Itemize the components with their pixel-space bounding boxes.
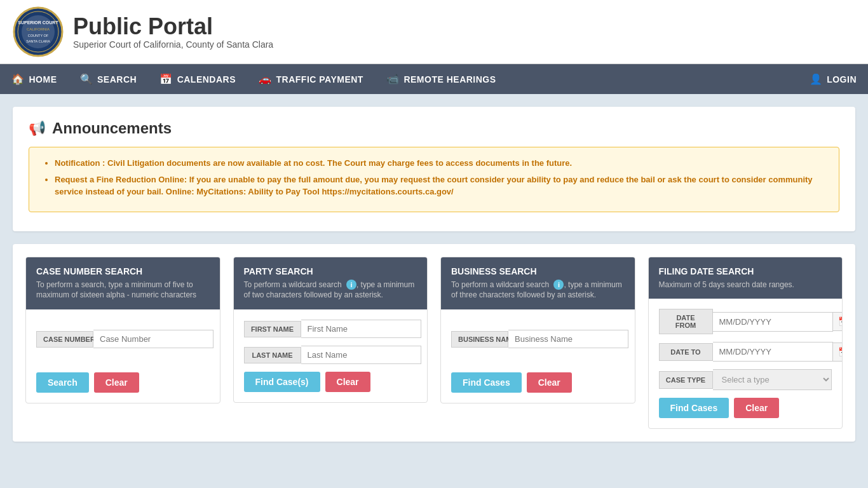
case-number-header: CASE NUMBER SEARCH To perform a search, … (26, 257, 220, 310)
date-from-row: DATE FROM 📅 (659, 309, 832, 334)
main-content: 📢 Announcements Notification : Civil Lit… (0, 94, 868, 454)
date-from-label: DATE FROM (659, 309, 713, 334)
page-header: SUPERIOR COURT CALIFORNIA COUNTY OF SANT… (0, 0, 868, 64)
filing-date-clear-button[interactable]: Clear (734, 398, 779, 418)
announcements-title: 📢 Announcements (29, 119, 839, 137)
first-name-input[interactable] (301, 320, 421, 338)
video-icon: 📹 (386, 73, 400, 85)
main-nav: 🏠 HOME 🔍 SEARCH 📅 CALENDARS 🚗 TRAFFIC PA… (0, 64, 868, 94)
svg-text:COUNTY OF: COUNTY OF (28, 34, 49, 37)
party-clear-button[interactable]: Clear (325, 372, 370, 392)
filing-date-body: DATE FROM 📅 DATE TO 📅 CASE TYPE Select a… (649, 299, 843, 428)
business-find-cases-button[interactable]: Find Cases (451, 372, 522, 393)
business-search-panel: BUSINESS SEARCH To perform a wildcard se… (440, 257, 635, 404)
business-name-field-row: BUSINESS NAME (451, 330, 625, 348)
case-number-input[interactable] (93, 330, 214, 348)
case-number-label: CASE NUMBER (36, 331, 93, 348)
last-name-field-row: LAST NAME (244, 346, 417, 364)
announcements-box: Notification : Civil Litigation document… (29, 147, 839, 212)
home-icon: 🏠 (11, 73, 25, 85)
case-number-field-row: CASE NUMBER (36, 330, 210, 348)
site-subtitle: Superior Court of California, County of … (73, 39, 273, 50)
business-search-header: BUSINESS SEARCH To perform a wildcard se… (441, 257, 635, 310)
last-name-input[interactable] (301, 346, 421, 364)
filing-date-find-button[interactable]: Find Cases (659, 398, 729, 418)
business-wildcard-info-icon[interactable]: i (553, 280, 564, 290)
case-number-search-button[interactable]: Search (36, 372, 89, 393)
date-to-calendar-icon[interactable]: 📅 (833, 342, 843, 362)
search-icon: 🔍 (80, 73, 93, 85)
first-name-field-row: FIRST NAME (244, 320, 417, 338)
header-title-block: Public Portal Superior Court of Californ… (73, 14, 273, 50)
court-logo: SUPERIOR COURT CALIFORNIA COUNTY OF SANT… (13, 6, 64, 57)
date-from-input[interactable] (713, 312, 833, 332)
case-type-row: CASE TYPE Select a type (659, 369, 832, 390)
business-search-desc: To perform a wildcard search i, type a m… (451, 280, 625, 301)
user-icon: 👤 (810, 73, 823, 85)
party-search-desc: To perform a wildcard search i, type a m… (244, 280, 417, 301)
search-panels: CASE NUMBER SEARCH To perform a search, … (13, 244, 855, 442)
case-type-label: CASE TYPE (659, 371, 713, 389)
party-wildcard-info-icon[interactable]: i (346, 280, 356, 290)
business-name-input[interactable] (508, 330, 628, 348)
nav-search[interactable]: 🔍 SEARCH (69, 64, 149, 94)
svg-text:CALIFORNIA: CALIFORNIA (27, 27, 50, 31)
svg-text:SUPERIOR COURT: SUPERIOR COURT (18, 20, 58, 25)
car-icon: 🚗 (259, 73, 272, 85)
date-from-calendar-icon[interactable]: 📅 (833, 312, 843, 331)
case-type-select[interactable]: Select a type (713, 369, 832, 390)
party-search-panel: PARTY SEARCH To perform a wildcard searc… (233, 257, 428, 403)
site-title: Public Portal (73, 14, 273, 39)
announcements-list: Notification : Civil Litigation document… (42, 157, 826, 198)
announcement-item-2: Request a Fine Reduction Online: If you … (55, 173, 826, 198)
party-search-title: PARTY SEARCH (244, 266, 417, 276)
case-number-title: CASE NUMBER SEARCH (36, 266, 210, 276)
announcement-item-1: Notification : Civil Litigation document… (55, 157, 826, 170)
calendar-icon: 📅 (159, 73, 173, 85)
case-number-desc: To perform a search, type a minimum of f… (36, 280, 210, 301)
case-number-clear-button[interactable]: Clear (94, 372, 139, 393)
business-search-btn-row: Find Cases Clear (451, 372, 625, 393)
date-to-label: DATE TO (659, 343, 713, 361)
business-search-body: BUSINESS NAME Find Cases Clear (441, 309, 635, 403)
party-search-header: PARTY SEARCH To perform a wildcard searc… (234, 257, 428, 310)
case-number-btn-row: Search Clear (36, 372, 210, 393)
party-find-cases-button[interactable]: Find Case(s) (244, 372, 320, 392)
svg-text:SANTA CLARA: SANTA CLARA (26, 39, 50, 43)
filing-date-panel: FILING DATE SEARCH Maximum of 5 days sea… (648, 257, 843, 430)
nav-login[interactable]: 👤 LOGIN (798, 64, 868, 94)
megaphone-icon: 📢 (29, 120, 46, 137)
case-number-body: CASE NUMBER Search Clear (26, 309, 220, 403)
nav-remote-hearings[interactable]: 📹 REMOTE HEARINGS (375, 64, 508, 94)
nav-calendars[interactable]: 📅 CALENDARS (148, 64, 247, 94)
filing-date-desc: Maximum of 5 days search date ranges. (659, 280, 832, 290)
filing-date-btn-row: Find Cases Clear (659, 398, 832, 418)
nav-home[interactable]: 🏠 HOME (0, 64, 69, 94)
business-search-title: BUSINESS SEARCH (451, 266, 625, 276)
date-to-row: DATE TO 📅 (659, 342, 832, 362)
party-search-body: FIRST NAME LAST NAME Find Case(s) Clear (234, 309, 428, 402)
announcements-card: 📢 Announcements Notification : Civil Lit… (13, 107, 855, 231)
last-name-label: LAST NAME (244, 347, 301, 363)
case-number-panel: CASE NUMBER SEARCH To perform a search, … (25, 257, 220, 404)
business-clear-button[interactable]: Clear (527, 372, 572, 393)
date-to-input[interactable] (713, 342, 833, 362)
first-name-label: FIRST NAME (244, 321, 301, 337)
filing-date-header: FILING DATE SEARCH Maximum of 5 days sea… (649, 257, 843, 299)
filing-date-title: FILING DATE SEARCH (659, 266, 832, 276)
party-search-btn-row: Find Case(s) Clear (244, 372, 417, 392)
business-name-label: BUSINESS NAME (451, 331, 508, 348)
nav-traffic-payment[interactable]: 🚗 TRAFFIC PAYMENT (247, 64, 375, 94)
